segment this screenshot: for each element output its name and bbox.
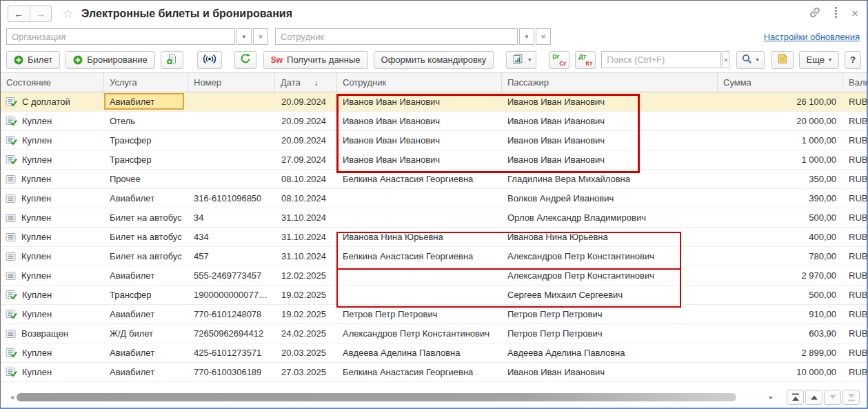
column-header-employee[interactable]: Сотрудник	[337, 73, 502, 92]
employee-cell[interactable]: Белкина Анастасия Георгиевна	[337, 170, 502, 188]
table-row[interactable]: КупленАвиабилет770-610030618927.03.2025Б…	[1, 363, 867, 382]
currency-cell[interactable]: RUB	[843, 343, 867, 362]
date-cell[interactable]: 31.10.2024	[275, 228, 337, 246]
passenger-cell[interactable]: Волков Андрей Иванович	[502, 189, 718, 208]
date-cell[interactable]: 27.03.2025	[275, 363, 337, 381]
amount-cell[interactable]: 350,00	[718, 170, 843, 188]
organization-dropdown-button[interactable]: ▾	[236, 28, 252, 45]
column-header-date[interactable]: Дата ↓	[275, 73, 337, 92]
window-menu-button[interactable]	[835, 7, 838, 20]
currency-cell[interactable]: RUB	[843, 286, 867, 304]
number-cell[interactable]: 434	[188, 228, 275, 246]
amount-cell[interactable]: 2 899,00	[718, 343, 843, 362]
status-cell[interactable]: Куплен	[1, 343, 104, 362]
go-to-top-button[interactable]	[787, 390, 804, 405]
organization-clear-button[interactable]: ×	[253, 28, 268, 45]
dr-cr-postings-button[interactable]: Dr Cr	[549, 51, 569, 69]
number-cell[interactable]	[188, 112, 275, 130]
employee-clear-button[interactable]: ×	[536, 28, 551, 45]
currency-cell[interactable]: RUB	[843, 131, 867, 150]
date-cell[interactable]: 20.03.2025	[275, 343, 337, 362]
status-cell[interactable]: Куплен	[1, 112, 104, 130]
table-row[interactable]: КупленАвиабилет555-246977345712.02.2025А…	[1, 266, 867, 286]
get-data-button[interactable]: Sw Получить данные	[263, 51, 368, 69]
number-cell[interactable]: 1900000000077…	[188, 286, 275, 304]
currency-cell[interactable]: RUB	[843, 150, 867, 169]
passenger-cell[interactable]: Иванов Иван Иванович	[502, 150, 718, 169]
table-row[interactable]: КупленБилет на автобус3431.10.2024Орлов …	[1, 208, 867, 228]
table-row[interactable]: ВозвращенЖ/Д билет7265096269441224.02.20…	[1, 324, 867, 343]
status-cell[interactable]: С доплатой	[1, 92, 104, 111]
close-button[interactable]: ×	[851, 8, 858, 19]
refresh-button[interactable]	[234, 51, 256, 69]
amount-cell[interactable]: 910,00	[718, 305, 843, 323]
focused-cell[interactable]: Авиабилет	[104, 93, 184, 110]
number-cell[interactable]	[188, 92, 275, 111]
create-business-trip-button[interactable]: Оформить командировку	[374, 51, 494, 69]
update-settings-link[interactable]: Настройки обновления	[764, 32, 860, 42]
service-cell[interactable]: Авиабилет	[104, 343, 188, 362]
employee-cell[interactable]	[337, 266, 502, 285]
passenger-cell[interactable]: Иванов Иван Иванович	[502, 363, 718, 381]
employee-cell[interactable]: Белкина Анастасия Георгиевна	[337, 247, 502, 266]
date-cell[interactable]: 08.10.2024	[275, 170, 337, 188]
favorite-star-icon[interactable]: ☆	[62, 7, 74, 20]
row-down-button[interactable]	[824, 390, 841, 405]
table-row[interactable]: С доплатойАвиабилет20.09.2024Иванов Иван…	[1, 92, 867, 112]
date-cell[interactable]: 19.02.2025	[275, 286, 337, 304]
number-cell[interactable]: 72650962694412	[188, 324, 275, 343]
passenger-cell[interactable]: Иванов Иван Иванович	[502, 112, 718, 130]
status-cell[interactable]: Куплен	[1, 208, 104, 227]
table-row[interactable]: КупленТрансфер1900000000077…19.02.2025Се…	[1, 286, 867, 305]
status-cell[interactable]: Куплен	[1, 266, 104, 285]
search-menu-button[interactable]: ▾	[736, 51, 765, 69]
amount-cell[interactable]: 390,00	[718, 189, 843, 208]
amount-cell[interactable]: 26 100,00	[718, 92, 843, 111]
back-button[interactable]: ←	[8, 6, 30, 21]
passenger-cell[interactable]: Александров Петр Константинович	[502, 266, 718, 285]
amount-cell[interactable]: 500,00	[718, 208, 843, 227]
status-cell[interactable]: Куплен	[1, 286, 104, 304]
employee-cell[interactable]: Иванова Нина Юрьевна	[337, 228, 502, 246]
date-cell[interactable]: 20.09.2024	[275, 92, 337, 111]
add-ticket-button[interactable]: Билет	[6, 51, 60, 69]
passenger-cell[interactable]: Петров Петр Петрович	[502, 305, 718, 323]
table-row[interactable]: КупленБилет на автобус45731.10.2024Белки…	[1, 247, 867, 266]
employee-cell[interactable]: Иванов Иван Иванович	[337, 150, 502, 169]
table-row[interactable]: КупленПрочее08.10.2024Белкина Анастасия …	[1, 170, 867, 189]
amount-cell[interactable]: 780,00	[718, 247, 843, 266]
service-cell[interactable]: Билет на автобус	[104, 247, 188, 266]
number-cell[interactable]	[188, 150, 275, 169]
get-link-button[interactable]	[809, 6, 821, 21]
service-cell[interactable]: Авиабилет	[104, 305, 188, 323]
number-cell[interactable]: 34	[188, 208, 275, 227]
forward-button[interactable]: →	[30, 6, 51, 21]
date-cell[interactable]: 20.09.2024	[275, 131, 337, 150]
employee-cell[interactable]	[337, 189, 502, 208]
status-cell[interactable]: Куплен	[1, 131, 104, 150]
horizontal-scrollbar[interactable]: ◂ ▸	[8, 393, 776, 401]
currency-cell[interactable]: RUB	[843, 247, 867, 266]
number-cell[interactable]	[188, 170, 275, 188]
scrollbar-track[interactable]	[17, 393, 767, 401]
view-settings-button[interactable]	[771, 51, 794, 69]
status-cell[interactable]: Куплен	[1, 150, 104, 169]
table-row[interactable]: КупленБилет на автобус43431.10.2024Ивано…	[1, 228, 867, 247]
service-cell[interactable]: Билет на автобус	[104, 228, 188, 246]
search-clear-button[interactable]: ×	[723, 51, 729, 68]
date-cell[interactable]: 24.02.2025	[275, 324, 337, 343]
passenger-cell[interactable]: Иванов Иван Иванович	[502, 92, 718, 111]
employee-cell[interactable]: Авдеева Аделина Павловна	[337, 343, 502, 362]
go-to-bottom-button[interactable]	[842, 390, 860, 405]
passenger-cell[interactable]: Александров Петр Константинович	[502, 247, 718, 266]
scroll-right-icon[interactable]: ▸	[767, 394, 776, 401]
service-cell[interactable]: Авиабилет	[104, 189, 188, 208]
reports-button[interactable]: ▾	[506, 51, 536, 69]
organization-filter-input[interactable]	[6, 28, 235, 45]
employee-dropdown-button[interactable]: ▾	[519, 28, 534, 45]
number-cell[interactable]: 316-6101096850	[188, 189, 275, 208]
service-cell[interactable]: Авиабилет	[104, 266, 188, 285]
copy-item-button[interactable]	[161, 51, 183, 69]
number-cell[interactable]: 770-6100306189	[188, 363, 275, 381]
service-cell[interactable]: Трансфер	[104, 150, 188, 169]
